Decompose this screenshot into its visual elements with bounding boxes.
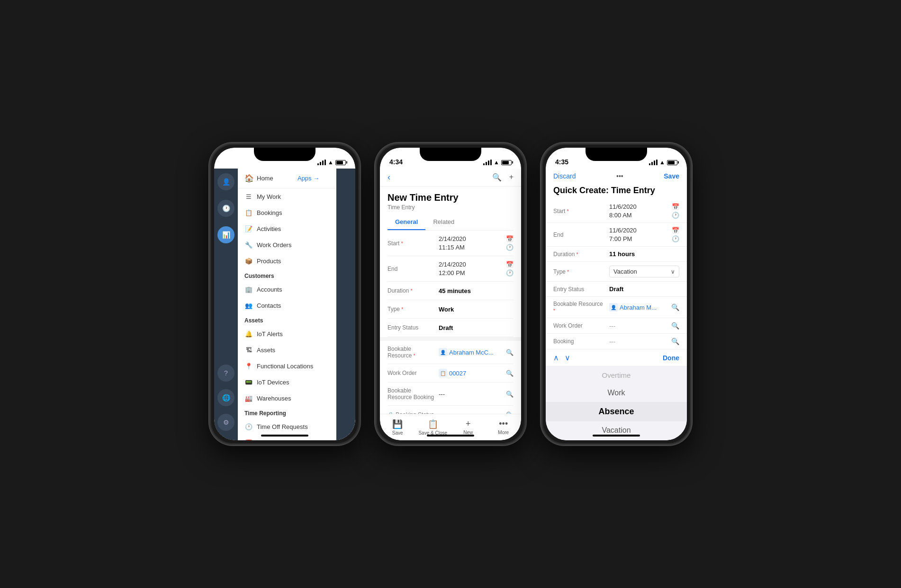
warehouses-icon: 🏭	[244, 394, 253, 402]
p3-picker-work[interactable]: Work	[546, 384, 687, 402]
p3-form: Start * 11/6/2020 📅 8:00 AM 🕐	[546, 199, 687, 440]
sidebar-settings-icon[interactable]: ⚙	[217, 414, 234, 431]
p2-type-value[interactable]: Work	[439, 305, 514, 313]
p3-start-cal-icon[interactable]: 📅	[672, 203, 679, 210]
p2-tabs: General Related	[387, 214, 514, 231]
iot-alerts-label: IoT Alerts	[257, 330, 283, 338]
bookings-label: Bookings	[257, 209, 282, 216]
p2-add-button[interactable]: +	[509, 173, 514, 182]
calendar-icon-end[interactable]: 📅	[506, 261, 514, 268]
p3-bookable-search-icon[interactable]: 🔍	[671, 303, 679, 311]
status-icons-1: ▲	[317, 159, 346, 166]
p3-end-date-group[interactable]: 11/6/2020 📅 7:00 PM 🕐	[609, 227, 679, 242]
p2-header-icons: 🔍 +	[492, 173, 514, 182]
clock-icon-end[interactable]: 🕐	[506, 269, 514, 276]
p2-work-order-field: Work Order 📋 00027 🔍	[387, 364, 514, 383]
phone-2: 4:34 ▲ ‹	[375, 143, 526, 445]
p2-bookable-resource-field: Bookable Resource * 👤 Abraham McC... 🔍	[387, 341, 514, 364]
p2-end-field: End 2/14/2020 📅 12:00 PM	[387, 256, 514, 282]
p3-start-field: Start * 11/6/2020 📅 8:00 AM 🕐	[546, 199, 687, 223]
p2-start-label: Start *	[387, 240, 435, 247]
p3-bookable-resource-label: Bookable Resource *	[553, 301, 605, 314]
p3-end-label: End	[553, 232, 605, 238]
p3-down-arrow-button[interactable]: ∨	[565, 353, 570, 362]
wifi-icon-1: ▲	[328, 159, 333, 166]
battery-icon-1	[335, 160, 346, 165]
apps-label[interactable]: Apps →	[297, 175, 319, 182]
p3-save-button[interactable]: Save	[664, 172, 679, 180]
p2-work-order-search[interactable]: 🔍	[506, 370, 514, 377]
p3-picker[interactable]: Overtime Work Absence Vacation On Break …	[546, 366, 687, 440]
p2-back-button[interactable]: ‹	[387, 172, 390, 182]
p3-up-arrow-button[interactable]: ∧	[553, 353, 559, 362]
p2-end-time: 12:00 PM	[439, 269, 465, 276]
battery-icon-2	[501, 160, 512, 165]
iot-devices-label: IoT Devices	[257, 379, 289, 386]
p3-booking-value: ---	[609, 338, 615, 345]
p2-br-booking-search[interactable]: 🔍	[506, 391, 514, 398]
sidebar-chart-icon[interactable]: 📊	[217, 226, 234, 243]
p2-br-booking-value[interactable]: ---	[439, 390, 502, 398]
p3-end-clock-icon[interactable]: 🕐	[672, 235, 679, 242]
p2-entry-status-field: Entry Status Draft	[387, 319, 514, 337]
sidebar-globe-icon[interactable]: 🌐	[217, 389, 234, 406]
p3-end-cal-icon[interactable]: 📅	[672, 227, 679, 234]
sidebar-person-icon[interactable]: 👤	[217, 173, 234, 190]
accounts-label: Accounts	[257, 286, 282, 293]
p3-start-time: 8:00 AM	[609, 212, 632, 219]
home-label[interactable]: Home	[257, 175, 273, 182]
p2-end-value[interactable]: 2/14/2020 📅 12:00 PM 🕐	[439, 261, 514, 276]
p2-work-order-value[interactable]: 📋 00027	[439, 369, 502, 377]
p2-entry-status-value: Draft	[439, 323, 514, 332]
p3-booking-label: Booking	[553, 338, 605, 345]
p3-entry-status-value: Draft	[609, 285, 679, 293]
p2-booking-status-field: 🔒 Booking Status --- 🔍	[387, 406, 514, 414]
p2-tab-general[interactable]: General	[387, 214, 425, 230]
p3-work-order-value: ---	[609, 322, 615, 330]
p3-entry-status-label: Entry Status	[553, 286, 605, 293]
p2-more-label: More	[498, 430, 509, 435]
p3-more-button[interactable]: •••	[616, 172, 623, 180]
p3-picker-vacation[interactable]: Vacation	[546, 421, 687, 439]
p3-work-order-search-icon[interactable]: 🔍	[671, 322, 679, 330]
p2-bookable-resource-search[interactable]: 🔍	[506, 349, 514, 356]
iot-alerts-icon: 🔔	[244, 330, 253, 338]
p3-bookable-resource-value[interactable]: 👤 Abraham M...	[609, 303, 667, 312]
p3-picker-on-break[interactable]: On Break	[546, 439, 687, 440]
p2-booking-status-value: ---	[439, 410, 502, 414]
notch-3	[586, 148, 647, 161]
p2-type-label: Type *	[387, 306, 435, 312]
p3-duration-field: Duration * 11 hours	[546, 247, 687, 262]
p2-search-button[interactable]: 🔍	[492, 173, 502, 182]
p3-start-date: 11/6/2020	[609, 203, 637, 210]
p3-picker-absence[interactable]: Absence	[546, 402, 687, 421]
sidebar-clock-icon[interactable]: 🕐	[217, 200, 234, 217]
clock-icon-start[interactable]: 🕐	[506, 244, 514, 251]
warehouses-label: Warehouses	[257, 395, 291, 402]
p2-tab-related[interactable]: Related	[425, 214, 462, 230]
notch-2	[420, 148, 481, 161]
p2-start-value[interactable]: 2/14/2020 📅 11:15 AM 🕐	[439, 235, 514, 251]
p3-done-button[interactable]: Done	[663, 354, 679, 362]
sidebar-help-icon[interactable]: ?	[217, 365, 234, 382]
calendar-icon-start[interactable]: 📅	[506, 235, 514, 242]
p3-start-date-group[interactable]: 11/6/2020 📅 8:00 AM 🕐	[609, 203, 679, 219]
p3-discard-button[interactable]: Discard	[553, 172, 576, 180]
functional-locations-label: Functional Locations	[257, 363, 313, 370]
p2-end-date: 2/14/2020	[439, 261, 466, 268]
p3-type-dropdown[interactable]: Vacation ∨	[609, 266, 679, 277]
p3-picker-overtime[interactable]: Overtime	[546, 366, 687, 384]
p3-start-label: Start *	[553, 208, 605, 214]
functional-locations-icon: 📍	[244, 362, 253, 370]
p2-bookable-resource-value[interactable]: 👤 Abraham McC...	[439, 348, 502, 356]
p2-more-button[interactable]: ••• More	[486, 417, 522, 437]
p2-subtitle: Time Entry	[387, 204, 514, 211]
p3-booking-search-icon[interactable]: 🔍	[671, 338, 679, 345]
p3-nav-row: ∧ ∨ Done	[546, 349, 687, 366]
p3-end-field: End 11/6/2020 📅 7:00 PM 🕐	[546, 223, 687, 247]
p2-type-field: Type * Work	[387, 300, 514, 319]
p3-start-clock-icon[interactable]: 🕐	[672, 212, 679, 219]
signal-icon-2	[483, 160, 492, 165]
p2-save-button[interactable]: 💾 Save	[380, 417, 415, 437]
p2-entry-status-label: Entry Status	[387, 324, 435, 331]
